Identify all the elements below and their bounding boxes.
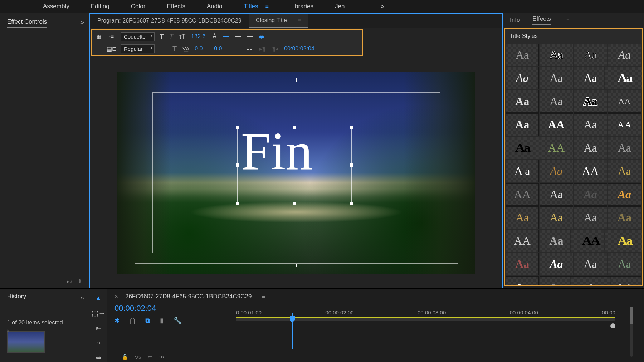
ripple-edit-tool-icon[interactable]: ⇤ [94, 324, 103, 332]
title-style-swatch[interactable]: A [570, 276, 610, 286]
bold-button[interactable]: T [160, 33, 164, 41]
workspace-tab-audio[interactable]: Audio [207, 3, 222, 10]
tab-stops-icon[interactable]: ⫘ [245, 45, 253, 53]
wrench-icon[interactable]: 🔧 [174, 317, 181, 324]
workspace-menu-icon[interactable]: ≡ [265, 3, 268, 10]
workspace-tab-libraries[interactable]: Libraries [290, 3, 313, 10]
work-area-end[interactable] [610, 323, 615, 328]
title-style-swatch[interactable]: Aa [540, 230, 573, 252]
panel-expand-icon[interactable]: » [80, 294, 84, 302]
title-style-swatch[interactable]: Aa [506, 253, 539, 275]
title-style-swatch[interactable]: AA [540, 137, 573, 159]
track-label[interactable]: V3 [135, 354, 141, 360]
panel-menu-icon[interactable]: ≡ [634, 33, 637, 39]
workspace-tab-titles[interactable]: Titles [244, 3, 258, 10]
track-select-tool-icon[interactable]: ⬚→ [94, 309, 103, 317]
workspace-tab-assembly[interactable]: Assembly [43, 3, 69, 10]
resize-handle[interactable] [350, 202, 353, 205]
title-style-swatch[interactable]: Aa [574, 90, 607, 113]
title-style-swatch[interactable]: Aa [540, 67, 573, 89]
align-left-button[interactable] [223, 33, 231, 40]
title-style-swatch[interactable]: Aa [540, 253, 573, 275]
title-style-swatch[interactable]: AA [608, 90, 641, 113]
slip-tool-icon[interactable]: ⇔ [94, 353, 103, 362]
monitor-frame[interactable]: Fin [117, 72, 475, 274]
toolbar-timecode[interactable]: 00:00:02:04 [284, 45, 314, 52]
title-style-swatch[interactable]: Aa [574, 183, 607, 206]
workspace-tab-editing[interactable]: Editing [91, 3, 109, 10]
resize-handle[interactable] [350, 126, 353, 129]
kerning-icon[interactable]: Â [210, 33, 218, 40]
title-style-swatch[interactable]: Aa [540, 276, 573, 286]
timeline-sequence-name[interactable]: 26FC6607-27D8-4F65-95CC-1BDCB24C9C29 [125, 293, 252, 300]
title-style-swatch[interactable]: Aa [604, 230, 643, 252]
resize-handle[interactable] [236, 202, 239, 205]
title-style-swatch[interactable]: Aa [540, 183, 573, 206]
timeline-close-icon[interactable]: × [114, 293, 118, 300]
linked-selection-icon[interactable]: ⧉ [145, 317, 150, 324]
panel-menu-icon[interactable]: ≡ [566, 17, 569, 23]
title-style-swatch[interactable]: Aa [506, 44, 539, 66]
title-actions-icon[interactable]: ▤⊟ [108, 45, 116, 53]
title-style-swatch[interactable]: Aa [608, 206, 641, 229]
magnet-icon[interactable]: ⋂ [130, 317, 135, 324]
title-style-swatch[interactable]: AA [574, 160, 607, 182]
title-properties-icon[interactable]: ⦙≡ [108, 33, 116, 40]
resize-handle[interactable] [236, 126, 239, 129]
rate-stretch-tool-icon[interactable]: ↔ [94, 339, 103, 347]
title-style-swatch[interactable]: Aa [540, 206, 573, 229]
info-tab[interactable]: Info [510, 16, 520, 24]
title-style-swatch[interactable]: Aa [506, 90, 539, 113]
title-style-swatch[interactable]: Aa [608, 253, 641, 275]
underline-button[interactable]: T [172, 45, 177, 53]
title-style-swatch[interactable]: Aa [506, 113, 539, 136]
title-style-swatch[interactable]: Aa [608, 44, 641, 66]
marker-icon[interactable]: ▮ [160, 317, 164, 324]
play-toggle-icon[interactable]: ▸♪ [67, 278, 72, 285]
resize-handle[interactable] [350, 163, 353, 167]
leading-value[interactable]: 0.0 [214, 45, 228, 52]
title-style-swatch[interactable]: Aa [608, 160, 641, 182]
title-style-swatch[interactable]: Aa [540, 44, 573, 66]
history-thumbnail[interactable] [7, 331, 45, 353]
show-video-icon[interactable]: ◉ [258, 33, 265, 40]
italic-button[interactable]: T [169, 33, 173, 41]
title-style-swatch[interactable]: Aa [506, 276, 539, 286]
font-size-value[interactable]: 132.6 [191, 33, 205, 40]
title-templates-icon[interactable]: ▦ [95, 33, 103, 40]
panel-menu-icon[interactable]: ≡ [262, 293, 265, 300]
title-style-swatch[interactable]: Aa [608, 183, 641, 206]
title-style-swatch[interactable]: Aa [574, 253, 607, 275]
title-style-swatch[interactable]: Aa [506, 67, 539, 89]
title-style-swatch[interactable]: Aa [540, 90, 573, 113]
title-style-swatch[interactable]: Aa [604, 67, 643, 89]
program-tab-sequence[interactable]: Program: 26FC6607-27D8-4F65-95CC-1BDCB24… [90, 14, 249, 28]
title-style-swatch[interactable]: Aa [574, 113, 607, 136]
title-text-content[interactable]: Fin [241, 120, 313, 182]
snap-icon[interactable]: ✱ [114, 317, 120, 324]
tab-menu-icon[interactable]: ≡ [298, 17, 301, 24]
workspace-tab-jen[interactable]: Jen [335, 3, 345, 10]
font-style-select[interactable]: Regular ▾ [121, 44, 155, 53]
panel-expand-icon[interactable]: » [80, 18, 84, 26]
program-tab-closing-title[interactable]: Closing Title ≡ [249, 14, 308, 28]
title-style-swatch[interactable]: AA [506, 183, 539, 206]
panel-menu-icon[interactable]: ≡ [53, 19, 56, 25]
title-style-swatch[interactable]: Aa [574, 44, 607, 66]
font-family-select[interactable]: Coquette ▾ [121, 32, 155, 41]
ltr-icon[interactable]: ▸¶ [258, 45, 266, 53]
workspace-tab-color[interactable]: Color [131, 3, 146, 10]
title-style-swatch[interactable]: Aa [574, 137, 607, 159]
workspace-tab-effects[interactable]: Effects [167, 3, 185, 10]
resize-handle[interactable] [236, 163, 239, 167]
title-style-swatch[interactable]: A A [608, 113, 641, 136]
timeline-scrollbar[interactable] [630, 307, 633, 357]
workspace-overflow-icon[interactable]: » [380, 3, 384, 10]
title-style-swatch[interactable]: AA [540, 113, 573, 136]
title-text-bounding-box[interactable]: Fin [237, 127, 352, 204]
export-icon[interactable]: ⇪ [78, 278, 82, 285]
align-right-button[interactable] [245, 33, 253, 40]
track-lock-icon[interactable]: 🔒 [122, 354, 128, 360]
title-style-swatch[interactable]: A a [506, 160, 539, 182]
track-visibility-icon[interactable]: 👁 [159, 354, 165, 360]
